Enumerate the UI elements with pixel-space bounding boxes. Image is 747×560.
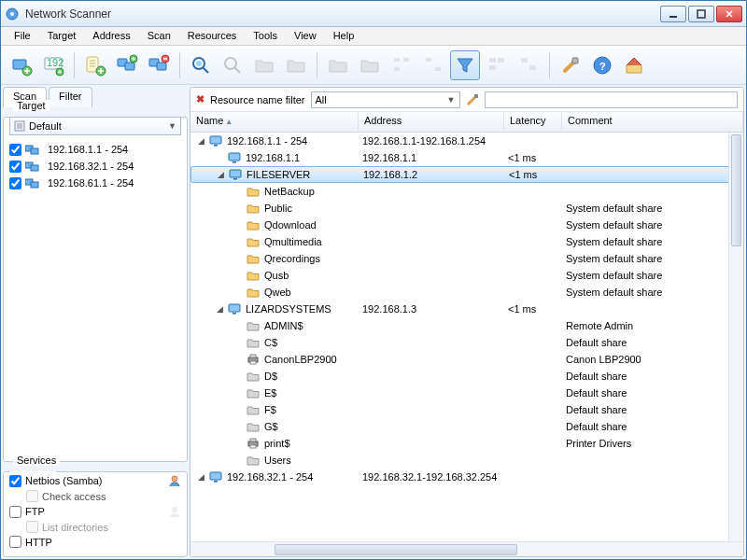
target-row[interactable]: 192.168.32.1 - 254 [9, 158, 181, 175]
edit-filter-icon[interactable] [466, 93, 479, 106]
service-sub-checkbox[interactable] [26, 490, 38, 502]
tree-row[interactable]: QwebSystem default share [190, 284, 743, 301]
filter-combo[interactable]: All ▼ [311, 91, 460, 108]
folder-gray-icon [246, 336, 261, 349]
col-comment[interactable]: Comment [562, 112, 743, 132]
hosts-icon [25, 160, 40, 173]
col-name[interactable]: Name▲ [190, 112, 359, 132]
menu-file[interactable]: File [7, 29, 38, 43]
folder-gray-icon [246, 420, 261, 433]
tree-row[interactable]: C$Default share [190, 334, 743, 351]
service-checkbox[interactable] [9, 506, 21, 518]
filter-button[interactable] [450, 50, 480, 80]
collapse-icon[interactable]: ◢ [196, 472, 206, 483]
tree-row[interactable]: PublicSystem default share [190, 200, 743, 217]
menu-help[interactable]: Help [326, 29, 362, 43]
folder-scan-button[interactable] [249, 50, 279, 80]
collapse-icon[interactable]: ◢ [215, 304, 225, 315]
tree-row[interactable]: ◢FILESERVER192.168.1.2<1 ms [190, 166, 743, 183]
tree-row[interactable]: NetBackup [190, 183, 743, 200]
svg-rect-25 [489, 58, 496, 63]
tree-row[interactable]: E$Default share [190, 385, 743, 401]
chevron-down-icon: ▼ [168, 121, 176, 131]
target-combo[interactable]: Default ▼ [9, 117, 181, 135]
svg-rect-37 [31, 165, 38, 171]
target-row[interactable]: 192.168.1.1 - 254 [9, 141, 181, 158]
service-label: FTP [25, 506, 45, 517]
horizontal-scrollbar[interactable] [190, 541, 743, 556]
folder-remove-button[interactable] [281, 50, 311, 80]
row-comment: System default share [562, 287, 743, 298]
menu-scan[interactable]: Scan [140, 29, 178, 43]
tree-row[interactable]: CanonLBP2900Canon LBP2900 [190, 351, 743, 368]
tree-row[interactable]: print$Printer Drivers [190, 435, 743, 452]
target-row[interactable]: 192.168.61.1 - 254 [9, 175, 181, 191]
collapse-icon[interactable]: ◢ [196, 136, 206, 147]
rescan-button[interactable] [218, 50, 247, 80]
minimize-button[interactable] [660, 6, 686, 22]
svg-rect-48 [233, 178, 237, 180]
col-address[interactable]: Address [359, 112, 504, 132]
ip-range-button[interactable]: 192.x.x [38, 50, 68, 80]
tree-row[interactable]: Users [190, 452, 743, 469]
service-sub-checkbox[interactable] [26, 521, 38, 533]
folder-icon [246, 218, 261, 231]
hosts-add-button[interactable] [112, 50, 142, 80]
export-play-button[interactable] [355, 50, 385, 80]
menu-target[interactable]: Target [40, 29, 84, 43]
tree-row[interactable]: QusbSystem default share [190, 267, 743, 284]
collapse-icon[interactable]: ◢ [216, 170, 226, 180]
target-checkbox[interactable] [9, 161, 21, 173]
row-name: Qmultimedia [264, 236, 322, 247]
service-checkbox[interactable] [9, 536, 21, 548]
tree-row[interactable]: 192.168.1.1192.168.1.1<1 ms [190, 149, 743, 166]
layout-2-button[interactable] [514, 50, 543, 80]
tree-row[interactable]: QmultimediaSystem default share [190, 233, 743, 250]
row-address: 192.168.1.3 [359, 303, 504, 315]
hosts-remove-button[interactable] [144, 50, 174, 80]
settings-button[interactable] [556, 50, 585, 80]
add-list-button[interactable] [80, 50, 110, 80]
col-latency[interactable]: Latency [504, 112, 562, 132]
svg-rect-56 [250, 445, 256, 448]
menu-view[interactable]: View [287, 29, 324, 43]
menu-tools[interactable]: Tools [246, 29, 285, 43]
folder-icon [246, 286, 261, 299]
service-checkbox[interactable] [9, 475, 21, 487]
tree-row[interactable]: D$Default share [190, 368, 743, 385]
tree-row[interactable]: F$Default share [190, 401, 743, 418]
tree-row[interactable]: ◢192.168.1.1 - 254192.168.1.1-192.168.1.… [190, 133, 743, 149]
tree-row[interactable]: G$Default share [190, 418, 743, 435]
clear-filter-icon[interactable]: ✖ [196, 93, 204, 105]
tree-row[interactable]: QdownloadSystem default share [190, 217, 743, 233]
help-button[interactable]: ? [587, 50, 617, 80]
menu-address[interactable]: Address [85, 29, 137, 43]
filter-input[interactable] [485, 91, 739, 108]
maximize-button[interactable] [688, 6, 714, 22]
result-tree[interactable]: ◢192.168.1.1 - 254192.168.1.1-192.168.1.… [190, 133, 743, 541]
close-button[interactable] [716, 6, 742, 22]
target-checkbox[interactable] [9, 144, 21, 156]
network-tool-button[interactable] [418, 50, 448, 80]
svg-rect-23 [426, 58, 431, 62]
tree-row[interactable]: ◢192.168.32.1 - 254192.168.32.1-192.168.… [190, 469, 743, 485]
tree-row[interactable]: QrecordingsSystem default share [190, 250, 743, 267]
layout-1-button[interactable] [482, 50, 512, 80]
tree-row[interactable]: ◢LIZARDSYSTEMS192.168.1.3<1 ms [190, 301, 743, 317]
home-button[interactable] [619, 50, 649, 80]
row-comment: System default share [562, 236, 743, 247]
row-comment: System default share [562, 219, 743, 231]
target-checkbox[interactable] [9, 177, 21, 189]
tree-row[interactable]: ADMIN$Remote Admin [190, 317, 743, 334]
add-scan-button[interactable] [7, 50, 36, 80]
svg-rect-58 [214, 481, 218, 483]
service-sub-row: List directories [26, 521, 181, 533]
row-address: 192.168.1.2 [359, 169, 505, 180]
scan-button[interactable] [186, 50, 216, 80]
tree-tool-button[interactable] [387, 50, 416, 80]
folder-icon [246, 235, 261, 248]
menu-resources[interactable]: Resources [180, 29, 245, 43]
tab-filter[interactable]: Filter [49, 87, 92, 107]
vertical-scrollbar[interactable] [728, 133, 743, 541]
export-button[interactable] [323, 50, 353, 80]
